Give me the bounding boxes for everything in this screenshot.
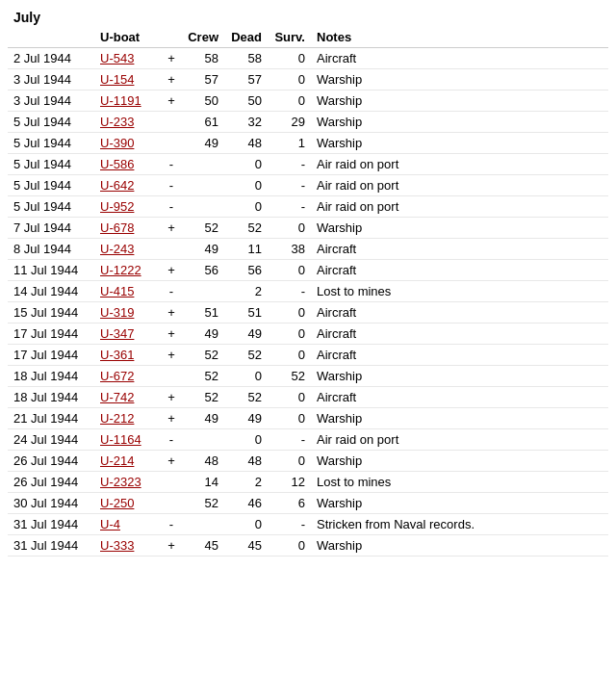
cell-date: 18 Jul 1944: [8, 387, 94, 408]
cell-dead: 52: [224, 218, 268, 239]
cell-crew: 45: [181, 535, 224, 557]
cell-uboat[interactable]: U-319: [94, 302, 162, 324]
uboat-link[interactable]: U-642: [100, 178, 134, 193]
cell-notes: Air raid on port: [311, 196, 608, 218]
cell-uboat[interactable]: U-154: [94, 69, 162, 91]
cell-date: 5 Jul 1944: [8, 133, 94, 154]
cell-notes: Warship: [311, 493, 608, 514]
cell-uboat[interactable]: U-1164: [94, 429, 162, 451]
cell-surv: 0: [268, 387, 311, 408]
uboat-link[interactable]: U-154: [100, 72, 134, 87]
cell-dead: 2: [224, 472, 268, 493]
uboat-link[interactable]: U-742: [100, 390, 134, 404]
table-row: 26 Jul 1944U-232314212Lost to mines: [8, 472, 608, 493]
table-row: 17 Jul 1944U-347+49490Aircraft: [8, 324, 608, 345]
cell-uboat[interactable]: U-415: [94, 281, 162, 302]
cell-plus: +: [162, 345, 181, 366]
cell-uboat[interactable]: U-361: [94, 345, 162, 366]
cell-notes: Lost to mines: [311, 472, 608, 493]
cell-plus: +: [162, 535, 181, 557]
uboat-link[interactable]: U-390: [100, 136, 134, 150]
cell-date: 21 Jul 1944: [8, 408, 94, 429]
uboat-link[interactable]: U-1191: [100, 93, 141, 108]
uboat-link[interactable]: U-678: [100, 220, 134, 235]
cell-uboat[interactable]: U-214: [94, 451, 162, 472]
cell-uboat[interactable]: U-250: [94, 493, 162, 514]
uboat-link[interactable]: U-4: [100, 517, 120, 531]
cell-plus: +: [162, 260, 181, 281]
cell-crew: [181, 175, 224, 196]
cell-notes: Warship: [311, 133, 608, 154]
cell-uboat[interactable]: U-742: [94, 387, 162, 408]
cell-plus: [162, 366, 181, 387]
uboat-link[interactable]: U-1222: [100, 263, 141, 277]
cell-dead: 46: [224, 493, 268, 514]
header-uboat: U-boat: [94, 27, 162, 48]
cell-uboat[interactable]: U-672: [94, 366, 162, 387]
uboat-link[interactable]: U-415: [100, 284, 134, 298]
uboat-link[interactable]: U-586: [100, 157, 134, 171]
cell-uboat[interactable]: U-243: [94, 239, 162, 260]
cell-surv: 0: [268, 535, 311, 557]
cell-crew: 57: [181, 69, 224, 91]
table-row: 18 Jul 1944U-742+52520Aircraft: [8, 387, 608, 408]
cell-uboat[interactable]: U-1191: [94, 91, 162, 112]
cell-surv: 0: [268, 260, 311, 281]
cell-plus: +: [162, 91, 181, 112]
cell-uboat[interactable]: U-642: [94, 175, 162, 196]
uboat-link[interactable]: U-361: [100, 348, 134, 362]
cell-plus: +: [162, 69, 181, 91]
cell-uboat[interactable]: U-1222: [94, 260, 162, 281]
cell-notes: Warship: [311, 218, 608, 239]
uboat-link[interactable]: U-319: [100, 305, 134, 320]
uboat-link[interactable]: U-333: [100, 538, 134, 553]
cell-uboat[interactable]: U-543: [94, 48, 162, 69]
cell-notes: Warship: [311, 535, 608, 557]
cell-plus: -: [162, 429, 181, 451]
cell-crew: 61: [181, 112, 224, 133]
cell-dead: 0: [224, 429, 268, 451]
cell-dead: 48: [224, 133, 268, 154]
cell-dead: 56: [224, 260, 268, 281]
cell-uboat[interactable]: U-333: [94, 535, 162, 557]
uboat-link[interactable]: U-233: [100, 115, 134, 129]
cell-crew: 56: [181, 260, 224, 281]
cell-uboat[interactable]: U-586: [94, 154, 162, 175]
cell-uboat[interactable]: U-233: [94, 112, 162, 133]
cell-surv: 29: [268, 112, 311, 133]
cell-notes: Aircraft: [311, 345, 608, 366]
cell-date: 5 Jul 1944: [8, 196, 94, 218]
cell-uboat[interactable]: U-347: [94, 324, 162, 345]
table-row: 17 Jul 1944U-361+52520Aircraft: [8, 345, 608, 366]
cell-crew: 52: [181, 493, 224, 514]
cell-dead: 49: [224, 324, 268, 345]
uboat-link[interactable]: U-214: [100, 453, 134, 468]
cell-dead: 57: [224, 69, 268, 91]
cell-date: 26 Jul 1944: [8, 472, 94, 493]
uboat-link[interactable]: U-347: [100, 326, 134, 341]
uboat-link[interactable]: U-250: [100, 496, 134, 510]
table-row: 14 Jul 1944U-415-2-Lost to mines: [8, 281, 608, 302]
cell-notes: Aircraft: [311, 324, 608, 345]
table-row: 5 Jul 1944U-952-0-Air raid on port: [8, 196, 608, 218]
cell-uboat[interactable]: U-952: [94, 196, 162, 218]
cell-plus: +: [162, 408, 181, 429]
table-row: 31 Jul 1944U-333+45450Warship: [8, 535, 608, 557]
cell-uboat[interactable]: U-2323: [94, 472, 162, 493]
cell-uboat[interactable]: U-212: [94, 408, 162, 429]
cell-notes: Air raid on port: [311, 154, 608, 175]
uboat-link[interactable]: U-243: [100, 242, 134, 256]
cell-uboat[interactable]: U-678: [94, 218, 162, 239]
cell-date: 18 Jul 1944: [8, 366, 94, 387]
uboat-link[interactable]: U-2323: [100, 475, 141, 489]
uboat-link[interactable]: U-212: [100, 411, 134, 426]
cell-uboat[interactable]: U-4: [94, 514, 162, 535]
uboat-link[interactable]: U-672: [100, 369, 134, 383]
uboat-link[interactable]: U-543: [100, 51, 134, 65]
table-row: 15 Jul 1944U-319+51510Aircraft: [8, 302, 608, 324]
uboat-link[interactable]: U-952: [100, 199, 134, 214]
uboat-link[interactable]: U-1164: [100, 432, 141, 447]
table-row: 5 Jul 1944U-586-0-Air raid on port: [8, 154, 608, 175]
cell-date: 5 Jul 1944: [8, 154, 94, 175]
cell-uboat[interactable]: U-390: [94, 133, 162, 154]
